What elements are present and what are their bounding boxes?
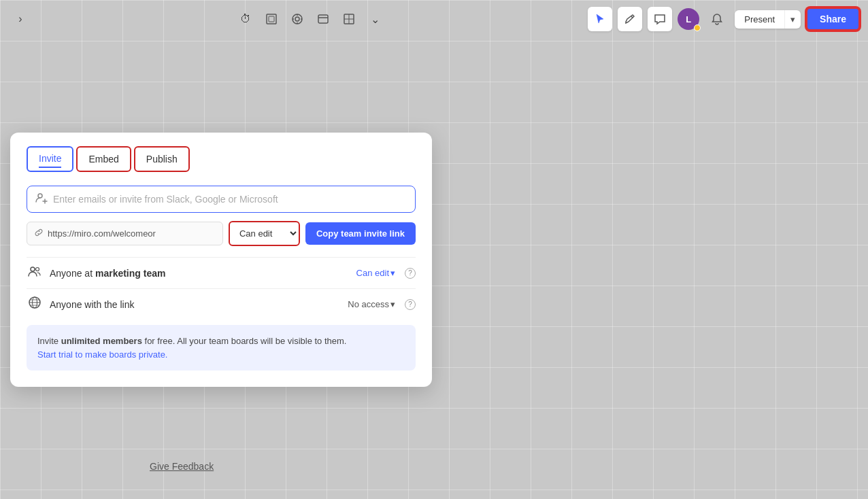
tab-publish[interactable]: Publish bbox=[134, 146, 190, 172]
link-access-row: Anyone with the link No access ▾ ? bbox=[27, 289, 416, 320]
tab-embed[interactable]: Embed bbox=[76, 146, 131, 172]
crop-tool[interactable] bbox=[285, 7, 310, 31]
email-input-wrapper bbox=[27, 186, 416, 213]
tab-invite[interactable]: Invite bbox=[27, 146, 73, 172]
copy-team-invite-link-button[interactable]: Copy team invite link bbox=[305, 222, 416, 245]
svg-point-17 bbox=[31, 267, 35, 271]
present-chevron-button[interactable]: ▾ bbox=[784, 10, 801, 29]
team-access-row: Anyone at marketing team Can edit ▾ ? bbox=[27, 258, 416, 288]
can-edit-select[interactable]: Can edit Can view No access bbox=[229, 221, 300, 246]
share-modal: Invite Embed Publish https://miro.com/we… bbox=[10, 133, 432, 387]
link-display: https://miro.com/welcomeor bbox=[27, 222, 223, 245]
avatar-badge bbox=[694, 24, 701, 31]
svg-rect-1 bbox=[269, 16, 274, 22]
team-help-icon[interactable]: ? bbox=[405, 268, 416, 279]
globe-icon bbox=[27, 296, 43, 313]
link-help-icon[interactable]: ? bbox=[405, 299, 416, 310]
svg-point-14 bbox=[38, 194, 42, 198]
annotate-tool[interactable] bbox=[618, 7, 642, 31]
card-tool[interactable] bbox=[311, 7, 335, 31]
svg-rect-0 bbox=[267, 14, 276, 24]
link-url: https://miro.com/welcomeor bbox=[48, 228, 156, 239]
cursor-tool[interactable] bbox=[588, 7, 612, 31]
toolbar-right: L Present ▾ Share bbox=[588, 7, 860, 31]
start-trial-link[interactable]: Start trial to make boards private. bbox=[37, 349, 167, 360]
comments-tool[interactable] bbox=[648, 7, 672, 31]
expand-icon[interactable]: › bbox=[8, 7, 33, 31]
team-access-label: Anyone at marketing team bbox=[50, 268, 350, 279]
svg-point-3 bbox=[295, 17, 299, 21]
give-feedback-link[interactable]: Give Feedback bbox=[150, 461, 214, 472]
link-permission-button[interactable]: No access ▾ bbox=[348, 299, 395, 309]
center-tools: ⏱ bbox=[233, 7, 387, 31]
timer-tool[interactable]: ⏱ bbox=[233, 7, 258, 31]
svg-point-2 bbox=[293, 14, 302, 24]
toolbar-center: ⏱ bbox=[233, 7, 387, 31]
notifications-icon[interactable] bbox=[705, 7, 729, 31]
link-access-label: Anyone with the link bbox=[50, 299, 341, 310]
email-input[interactable] bbox=[53, 194, 407, 205]
svg-point-18 bbox=[36, 268, 39, 271]
table-tool[interactable] bbox=[337, 7, 361, 31]
share-button[interactable]: Share bbox=[806, 7, 860, 31]
svg-line-13 bbox=[631, 16, 633, 18]
team-permission-button[interactable]: Can edit ▾ bbox=[356, 268, 395, 278]
invite-people-icon bbox=[35, 192, 48, 207]
present-group: Present ▾ bbox=[735, 10, 801, 29]
present-button[interactable]: Present bbox=[735, 10, 784, 29]
top-toolbar: › ⏱ bbox=[0, 0, 868, 38]
frames-tool[interactable] bbox=[259, 7, 284, 31]
link-row: https://miro.com/welcomeor Can edit Can … bbox=[27, 221, 416, 246]
svg-rect-8 bbox=[318, 15, 328, 23]
team-icon bbox=[27, 264, 43, 281]
link-icon bbox=[34, 228, 44, 239]
more-tools[interactable]: ⌄ bbox=[363, 7, 387, 31]
avatar[interactable]: L bbox=[678, 8, 699, 30]
info-box: Invite unlimited members for free. All y… bbox=[27, 325, 416, 371]
modal-tabs: Invite Embed Publish bbox=[27, 146, 416, 172]
toolbar-left: › bbox=[8, 7, 33, 31]
